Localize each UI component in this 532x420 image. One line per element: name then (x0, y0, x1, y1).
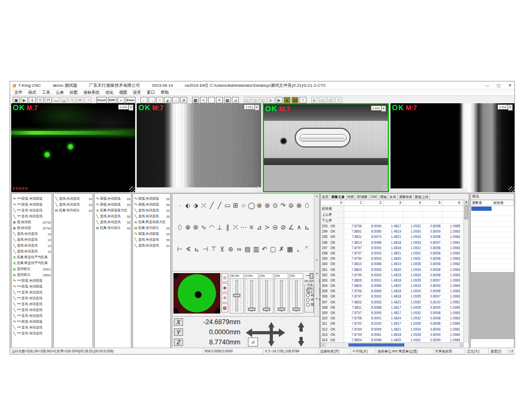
camera2-selector[interactable]: 1-212 (244, 104, 254, 110)
light-channel-slider[interactable]: 0% (289, 273, 303, 314)
measure-item[interactable]: ↷圆弧自动圆弧55 (133, 231, 170, 237)
measure-item[interactable]: ⊕圆自动圆15794 (12, 225, 52, 231)
enter-button[interactable]: Enter (126, 97, 136, 103)
table-row[interactable]: 302OK7.87998.50931.48151.09330.80981.098… (321, 273, 469, 278)
measure-item[interactable]: ╲***直线 自动直线 (12, 295, 52, 301)
measure-tool-icon[interactable]: ▢ (269, 246, 277, 253)
measure-item[interactable]: ╲直线自动直线15 (12, 249, 52, 254)
menu-item-2[interactable]: 模式 (28, 90, 36, 95)
measure-tool-icon[interactable]: ⊕ (255, 202, 263, 209)
close-button[interactable]: ✕ (508, 83, 512, 88)
pattern-button[interactable]: ▩ (192, 97, 199, 103)
measure-tool-icon[interactable]: ⊚ (227, 246, 235, 253)
light-bulb-button[interactable]: ☀ (156, 97, 163, 103)
measure-item[interactable]: ↷圆弧自动圆弧55 (133, 196, 170, 202)
measure-tool-icon[interactable]: ⬖ (184, 202, 192, 209)
stop-button[interactable]: ■ (284, 97, 290, 103)
measure-item[interactable]: ╲直线自动直线34 (54, 196, 93, 202)
save-button[interactable]: ▤ (244, 97, 251, 103)
menu-item-3[interactable]: 工具 (42, 90, 50, 95)
measure-tool-icon[interactable]: ╱ (216, 202, 223, 209)
measure-tool-icon[interactable]: ⊥ (216, 224, 223, 231)
table-tab-9[interactable]: 数据上传 (414, 194, 430, 200)
light-panel-scrollbar[interactable]: ▲▼ (314, 271, 319, 316)
dash-button[interactable]: -- (172, 97, 179, 103)
measure-item[interactable]: H距离线性标注34 (54, 208, 93, 213)
measure-item[interactable]: ╲***直线 自动直线 (12, 208, 52, 213)
measure-tool-icon[interactable]: ⊗ (295, 202, 303, 209)
table-vertical-scrollbar[interactable]: ▲ (463, 200, 469, 342)
resize-grip[interactable] (129, 186, 135, 192)
menu-item-1[interactable]: 文件 (14, 90, 22, 95)
measure-tool-icon[interactable]: ▤ (244, 246, 251, 253)
measure-item[interactable]: ↷圆弧自动圆弧55 (95, 202, 131, 208)
table-row[interactable]: 303OK7.88068.50911.48181.09350.80971.098… (321, 278, 469, 283)
toolbox-scrollbar[interactable]: ▲▼ (314, 194, 319, 271)
matrix-button[interactable]: ▦ (224, 97, 231, 103)
measure-tool-icon[interactable]: · (176, 202, 184, 209)
laser-button[interactable]: ✳ (216, 97, 223, 103)
table-row[interactable]: 293OK7.87968.50901.48171.09320.80981.098… (321, 224, 469, 229)
menu-item-6[interactable]: 坐标系统 (84, 90, 99, 95)
measure-tool-icon[interactable]: ⊞ (232, 202, 239, 209)
measure-item[interactable]: ╲直线自动直线55 (133, 237, 170, 243)
measure-tool-icon[interactable]: ∥ (224, 224, 231, 231)
measure-item[interactable]: ╲直线自动直线15 (12, 231, 52, 237)
probe-button[interactable]: ▽ (37, 97, 44, 103)
measure-tool-icon[interactable]: ≻ (263, 224, 271, 231)
table-tab-3[interactable]: 绘图 (346, 194, 356, 200)
run-open-button[interactable]: ▶ (21, 97, 28, 103)
ring-light-preview[interactable] (173, 273, 220, 314)
menu-item-10[interactable]: 窗口 (147, 90, 155, 95)
measure-item[interactable]: ╲***直线 自动直线 (12, 313, 52, 319)
measure-tool-icon[interactable]: ○ (240, 202, 247, 209)
measure-item[interactable]: ╲直线自动直线55 (95, 219, 131, 225)
chart-button[interactable]: ⊿ (232, 97, 239, 103)
segment-light-icon[interactable]: ⊛ (221, 293, 228, 302)
measure-item[interactable]: ╲直线自动直线15 (12, 237, 52, 243)
measure-item[interactable]: ╲***直线 自动直线 (12, 301, 52, 307)
minimize-button[interactable]: — (485, 83, 489, 88)
measure-tool-icon[interactable]: ⋯ (240, 224, 247, 231)
measure-item[interactable]: ↷***圆弧 自动圆弧 (12, 278, 52, 284)
light-channel-slider[interactable]: 0.0% (245, 273, 259, 314)
chevron-down-icon[interactable]: ▾ (255, 104, 260, 111)
measure-item[interactable]: ⊕圆自动圆15792 (12, 219, 52, 225)
selected-cell-highlight[interactable] (471, 207, 492, 211)
measure-item[interactable]: ∢距离两直线最大距 (133, 219, 170, 225)
measure-item[interactable]: ╲直线自动直线52 (133, 243, 170, 249)
measure-tool-icon[interactable]: ⬯ (176, 224, 184, 231)
table-row[interactable]: 307OK7.88028.50831.48211.09300.81001.098… (321, 300, 469, 305)
ring-light-icon[interactable]: ◎ (221, 273, 228, 282)
measure-tool-icon[interactable]: ⊜ (287, 202, 295, 209)
camera-view-4[interactable]: OKM:7 1-212▾ (390, 103, 514, 192)
measure-tool-icon[interactable]: ∿ (200, 224, 207, 231)
measure-tool-icon[interactable]: ↶ (261, 246, 268, 253)
axis-updown-button[interactable]: ⇅ (69, 97, 76, 103)
measure-item[interactable]: ⊖直径标注15801 (12, 266, 52, 272)
run-person-button[interactable]: ⚡ (300, 97, 306, 103)
measure-tool-icon[interactable]: ⊕ (184, 224, 192, 231)
measure-item[interactable]: ↷圆弧自动圆弧66 (95, 196, 131, 202)
measure-tool-icon[interactable]: ⊙ (271, 202, 279, 209)
resize-grip[interactable] (382, 185, 388, 191)
table-tab-2[interactable]: 测量元素 (330, 194, 346, 200)
master-brightness-slider[interactable] (305, 273, 313, 278)
menu-item-11[interactable]: 帮助 (161, 90, 169, 95)
prev-button[interactable]: ← (140, 97, 147, 103)
next-button[interactable]: → (148, 97, 155, 103)
table-row[interactable]: 301OK7.88038.50831.48201.09340.80981.098… (321, 267, 469, 273)
measure-tool-icon[interactable]: ▭ (224, 202, 231, 209)
table-row[interactable]: 294OK7.88018.50801.48191.09300.80991.098… (321, 229, 469, 234)
camera-view-1[interactable]: OKM:7 1-212▾ FFFFF (11, 103, 135, 192)
measure-tool-icon[interactable]: ◠ (208, 224, 215, 231)
table-row[interactable]: 313OK7.87998.50811.48181.09280.80991.098… (321, 332, 469, 337)
resize-grip[interactable] (509, 186, 514, 192)
maximize-button[interactable]: ▢ (497, 83, 501, 88)
coax-light-icon[interactable]: ◉ (221, 283, 228, 292)
measure-item[interactable]: ↷圆弧自动圆弧55 (133, 202, 170, 208)
jog-arrows[interactable] (246, 322, 310, 347)
open2-button[interactable]: ▧ (327, 97, 334, 103)
measure-tool-icon[interactable]: ↷ (279, 202, 287, 209)
table-row[interactable]: 297OK7.87978.50901.48181.09310.80981.098… (321, 245, 469, 251)
